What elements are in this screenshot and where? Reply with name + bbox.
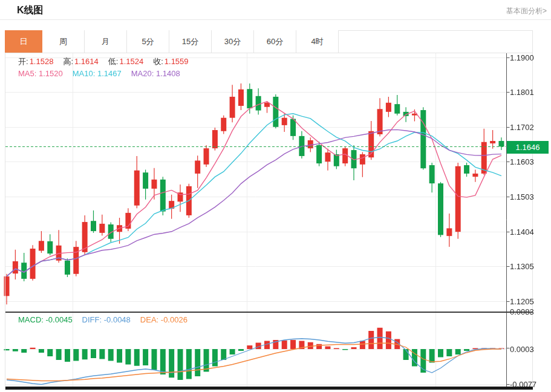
low-value: 低:1.1524 xyxy=(108,56,143,67)
kline-page: K线图 基本面分析> 日 周 月 5分 15分 30分 60分 4时 开:1.1… xyxy=(0,0,551,392)
tab-15min[interactable]: 15分 xyxy=(169,30,212,53)
tab-month[interactable]: 月 xyxy=(85,30,127,53)
fundamental-analysis-link[interactable]: 基本面分析> xyxy=(506,6,547,16)
close-value: 收:1.1559 xyxy=(153,56,188,67)
y-axis-tick: 1.1603 xyxy=(510,157,534,166)
macd-axis-tick: 0.0003 xyxy=(510,345,534,354)
interval-tab-bar: 日 周 月 5分 15分 30分 60分 4时 xyxy=(5,30,533,53)
tab-4hour[interactable]: 4时 xyxy=(296,30,339,53)
macd-legend: MACD: -0.0045 DIFF: -0.0048 DEA: -0.0026 xyxy=(18,315,187,324)
ma10-value: MA10: 1.1467 xyxy=(73,69,122,78)
x-axis-bar xyxy=(5,387,533,390)
dea-value: DEA: -0.0026 xyxy=(140,315,187,324)
y-axis-tick: 1.1205 xyxy=(510,297,534,306)
ma5-value: MA5: 1.1520 xyxy=(18,69,63,78)
macd-value: MACD: -0.0045 xyxy=(18,315,73,324)
title-divider xyxy=(0,19,551,20)
y-axis-tick: 1.1702 xyxy=(510,123,534,132)
tab-week[interactable]: 周 xyxy=(42,30,85,53)
tab-day[interactable]: 日 xyxy=(5,30,42,53)
y-axis-tick: 1.1801 xyxy=(510,88,534,97)
diff-value: DIFF: -0.0048 xyxy=(82,315,131,324)
y-axis-tick: 1.1900 xyxy=(510,53,534,62)
ma20-value: MA20: 1.1408 xyxy=(131,69,180,78)
high-value: 高:1.1614 xyxy=(63,56,98,67)
ma-legend: MA5: 1.1520 MA10: 1.1467 MA20: 1.1408 xyxy=(18,69,180,78)
open-value: 开:1.1528 xyxy=(18,56,53,67)
tab-30min[interactable]: 30分 xyxy=(212,30,254,53)
ohlc-legend: 开:1.1528 高:1.1614 低:1.1524 收:1.1559 xyxy=(18,56,189,67)
page-title: K线图 xyxy=(17,4,44,17)
panel-separator xyxy=(5,312,533,313)
y-axis-tick: 1.1305 xyxy=(510,262,534,271)
y-axis-tick: 1.1503 xyxy=(510,192,534,201)
tab-60min[interactable]: 60分 xyxy=(254,30,296,53)
current-price-badge: 1.1646 xyxy=(507,141,549,154)
y-axis-tick: 1.1404 xyxy=(510,227,534,237)
tab-5min[interactable]: 5分 xyxy=(127,30,169,53)
